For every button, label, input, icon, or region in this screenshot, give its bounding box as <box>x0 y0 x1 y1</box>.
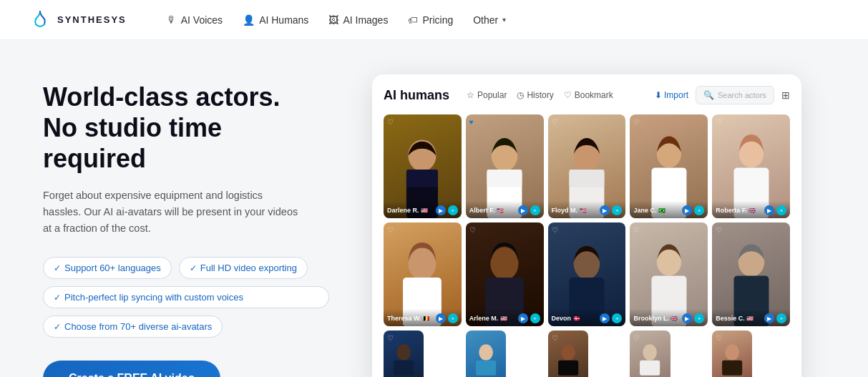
heart-icon-4[interactable]: ♡ <box>633 118 640 126</box>
heart-icon-9[interactable]: ♡ <box>633 226 640 234</box>
avatar-play-btn[interactable]: ▶ <box>436 205 446 215</box>
avatar-name-darlene: Darlene R. 🇺🇸 <box>387 207 428 214</box>
feature-languages: ✓ Support 60+ languages <box>43 257 172 279</box>
avatar-play-btn-10[interactable]: ▶ <box>764 313 774 323</box>
avatar-use-btn-6[interactable]: + <box>448 313 458 323</box>
avatar-card-r3-4[interactable]: ♡ <box>630 331 670 377</box>
check-icon-3: ✓ <box>54 293 61 303</box>
mic-icon: 🎙 <box>167 14 177 26</box>
avatar-use-btn-3[interactable]: + <box>612 205 622 215</box>
avatar-play-btn-9[interactable]: ▶ <box>682 313 692 323</box>
heart-icon-6[interactable]: ♡ <box>387 226 394 234</box>
nav-ai-humans[interactable]: 👤 AI Humans <box>243 14 308 26</box>
avatar-card-jane[interactable]: Jane C. 🇧🇷 ▶ + ♡ <box>630 114 708 218</box>
avatar-name-floyd: Floyd M. 🇺🇸 <box>552 207 587 214</box>
avatar-use-btn-7[interactable]: + <box>530 313 540 323</box>
svg-point-15 <box>491 247 519 280</box>
avatar-play-btn-3[interactable]: ▶ <box>600 205 610 215</box>
heart-icon-11[interactable]: ♡ <box>387 334 394 342</box>
tag-icon: 🏷 <box>408 14 418 26</box>
heart-icon-2[interactable]: ♥ <box>469 118 474 126</box>
avatar-use-btn-10[interactable]: + <box>776 313 786 323</box>
heart-icon-5[interactable]: ♡ <box>716 118 722 126</box>
nav-pricing[interactable]: 🏷 Pricing <box>408 14 453 26</box>
avatar-card-r3-3[interactable]: ♡ <box>548 331 588 377</box>
avatar-card-theresa[interactable]: Theresa W. 🇧🇪 ▶ + ♡ <box>384 222 462 326</box>
heart-icon-3[interactable]: ♡ <box>552 118 558 126</box>
search-icon: 🔍 <box>703 90 714 100</box>
avatar-use-btn[interactable]: + <box>448 205 458 215</box>
avatar-card-arlene[interactable]: Arlene M. 🇺🇸 ▶ + ♡ <box>466 222 544 326</box>
svg-rect-28 <box>558 361 578 376</box>
avatar-card-roberta[interactable]: Roberta F. 🇬🇧 ▶ + ♡ <box>712 114 790 218</box>
search-box[interactable]: 🔍 Search actors <box>696 86 774 104</box>
avatar-card-bessie[interactable]: Bessie C. 🇺🇸 ▶ + ♡ <box>712 222 790 326</box>
heart-icon-8[interactable]: ♡ <box>552 226 558 234</box>
panel-title: AI humans <box>384 88 449 103</box>
import-icon: ⬇ <box>655 90 662 100</box>
avatar-card-floyd[interactable]: Floyd M. 🇺🇸 ▶ + ♡ <box>548 114 626 218</box>
tab-bookmark[interactable]: ♡ Bookmark <box>564 90 613 100</box>
heart-icon-10[interactable]: ♡ <box>716 226 722 234</box>
avatar-name-devon: Devon 🇩🇰 <box>552 315 580 322</box>
avatar-card-r3-2[interactable] <box>466 331 506 377</box>
avatar-use-btn-4[interactable]: + <box>694 205 704 215</box>
avatar-play-btn-6[interactable]: ▶ <box>436 313 446 323</box>
avatar-card-albert[interactable]: Albert F. 🇺🇸 ▶ + ♥ <box>466 114 544 218</box>
heart-icon-14[interactable]: ♡ <box>716 334 722 342</box>
import-label: Import <box>664 90 688 100</box>
brand-name: SYNTHESYS <box>57 14 127 25</box>
avatar-play-btn-7[interactable]: ▶ <box>518 313 528 323</box>
panel-header: AI humans ☆ Popular ◷ History ♡ Bookmark… <box>384 86 790 104</box>
tab-popular-label: Popular <box>477 90 507 100</box>
nav-other[interactable]: Other ▾ <box>473 14 506 26</box>
import-button[interactable]: ⬇ Import <box>655 90 688 100</box>
avatar-use-btn-8[interactable]: + <box>612 313 622 323</box>
navigation: SYNTHESYS 🎙 AI Voices 👤 AI Humans 🖼 AI I… <box>0 0 868 40</box>
avatar-name-albert: Albert F. 🇺🇸 <box>469 207 504 214</box>
tab-popular[interactable]: ☆ Popular <box>467 90 507 100</box>
avatar-card-r3-5[interactable]: ♡ <box>712 331 752 377</box>
grid-view-icon[interactable]: ⊞ <box>781 89 790 101</box>
svg-point-31 <box>725 344 739 361</box>
logo[interactable]: SYNTHESYS <box>29 9 127 31</box>
avatar-play-btn-2[interactable]: ▶ <box>518 205 528 215</box>
heart-icon-13[interactable]: ♡ <box>633 334 640 342</box>
avatar-name-theresa: Theresa W. 🇧🇪 <box>387 315 430 322</box>
hero-section: World-class actors. No studio time requi… <box>43 74 329 377</box>
check-icon-4: ✓ <box>54 322 61 332</box>
svg-rect-8 <box>570 170 605 187</box>
avatar-use-btn-5[interactable]: + <box>776 205 786 215</box>
feature-hd-label: Full HD video exporting <box>200 263 297 273</box>
avatar-card-devon[interactable]: Devon 🇩🇰 ▶ + ♡ <box>548 222 626 326</box>
heart-icon-7[interactable]: ♡ <box>469 226 476 234</box>
nav-ai-voices[interactable]: 🎙 AI Voices <box>167 14 223 26</box>
avatar-use-btn-9[interactable]: + <box>694 313 704 323</box>
avatar-name-arlene: Arlene M. 🇺🇸 <box>469 315 507 322</box>
headline-line1: World-class actors. <box>43 82 280 112</box>
avatar-info-floyd: Floyd M. 🇺🇸 ▶ + <box>548 201 626 218</box>
hero-subtext: Forget about expensive equipment and log… <box>43 187 301 238</box>
tab-history[interactable]: ◷ History <box>517 90 553 100</box>
check-icon: ✓ <box>54 263 61 273</box>
tab-bookmark-label: Bookmark <box>575 90 613 100</box>
cta-button[interactable]: Create a FREE AI video <box>43 361 220 377</box>
avatar-card-r3-1[interactable]: ♡ <box>384 331 424 377</box>
avatar-use-btn-2[interactable]: + <box>530 205 540 215</box>
svg-rect-26 <box>476 361 496 376</box>
avatar-play-btn-8[interactable]: ▶ <box>600 313 610 323</box>
avatar-info-jane: Jane C. 🇧🇷 ▶ + <box>630 201 708 218</box>
avatar-info-albert: Albert F. 🇺🇸 ▶ + <box>466 201 544 218</box>
svg-rect-2 <box>406 170 438 187</box>
avatar-play-btn-4[interactable]: ▶ <box>682 205 692 215</box>
avatar-name-bessie: Bessie C. 🇺🇸 <box>716 315 754 322</box>
heart-icon[interactable]: ♡ <box>387 118 394 126</box>
nav-ai-images[interactable]: 🖼 AI Images <box>328 14 388 26</box>
hero-headline: World-class actors. No studio time requi… <box>43 82 329 175</box>
avatar-play-btn-5[interactable]: ▶ <box>764 205 774 215</box>
avatar-card-darlene[interactable]: Darlene R. 🇺🇸 ▶ + ♡ <box>384 114 462 218</box>
avatar-info-devon: Devon 🇩🇰 ▶ + <box>548 309 626 326</box>
avatar-card-brooklyn[interactable]: Brooklyn L. 🇬🇧 ▶ + ♡ <box>630 222 708 326</box>
heart-icon-12[interactable]: ♡ <box>552 334 558 342</box>
nav-items: 🎙 AI Voices 👤 AI Humans 🖼 AI Images 🏷 Pr… <box>167 14 839 26</box>
